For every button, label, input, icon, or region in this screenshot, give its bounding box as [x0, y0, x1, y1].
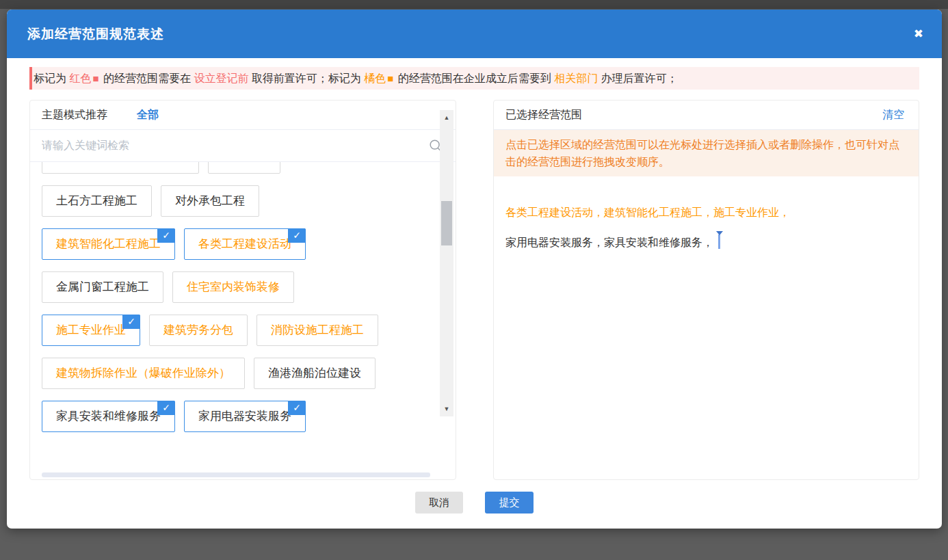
check-icon: ✓ [288, 401, 306, 415]
scope-tag[interactable]: 各类工程建设活动✓ [184, 228, 306, 260]
tag-row: 施工专业作业✓建筑劳务分包消防设施工程施工 [42, 315, 425, 346]
selected-scope-line[interactable]: 家用电器安装服务，家具安装和维修服务， [505, 235, 907, 250]
selected-scope-line[interactable]: 各类工程建设活动，建筑智能化工程施工，施工专业作业， [505, 205, 907, 220]
orange-swatch-icon: ■ [387, 72, 393, 84]
cancel-button[interactable]: 取消 [415, 492, 463, 514]
tag-row [42, 162, 425, 174]
legend-text: 办理后置许可； [598, 72, 677, 84]
check-icon: ✓ [122, 315, 140, 329]
text-caret-icon [718, 235, 720, 249]
scope-tag[interactable]: 土石方工程施工 [42, 185, 152, 217]
scope-tag-label: 家用电器安装服务 [198, 410, 291, 423]
scope-tag-label: 住宅室内装饰装修 [187, 280, 280, 293]
search-row [30, 130, 456, 162]
legend-text: 取得前置许可；标记为 [248, 72, 364, 84]
scope-tag-partial[interactable] [208, 162, 280, 174]
tag-row: 金属门窗工程施工住宅室内装饰装修 [42, 271, 425, 303]
scope-tag[interactable]: 建筑物拆除作业（爆破作业除外） [42, 358, 245, 389]
selected-scope-text: 各类工程建设活动，建筑智能化工程施工，施工专业作业， [505, 206, 790, 218]
selected-scope-text-area[interactable]: 各类工程建设活动，建筑智能化工程施工，施工专业作业，家用电器安装服务，家具安装和… [494, 205, 919, 250]
tag-row: 土石方工程施工对外承包工程 [42, 185, 425, 217]
selected-scope-panel: 已选择经营范围 清空 点击已选择区域的经营范围可以在光标处进行选择插入或者删除操… [493, 100, 919, 480]
red-swatch-icon: ■ [92, 72, 98, 84]
check-icon: ✓ [157, 228, 175, 243]
scope-picker-panel: 主题模式推荐 全部 土石方工程施工对外承包工程建筑智能化工程施工✓各类工程建设活… [29, 100, 456, 480]
scope-tag-label: 消防设施工程施工 [271, 323, 364, 336]
legend-text: 橘色 [364, 72, 386, 84]
dialog-header: 添加经营范围规范表述 ✖ [7, 10, 942, 58]
scrollbar-thumb[interactable] [441, 201, 452, 245]
scope-tag[interactable]: 渔港渔船泊位建设 [254, 358, 376, 389]
clear-button[interactable]: 清空 [882, 108, 904, 122]
scope-tag[interactable]: 家具安装和维修服务✓ [42, 401, 175, 432]
tag-grid: 土石方工程施工对外承包工程建筑智能化工程施工✓各类工程建设活动✓金属门窗工程施工… [42, 162, 425, 432]
search-input[interactable] [30, 139, 413, 152]
scope-tag-label: 土石方工程施工 [56, 194, 137, 207]
scope-tag-label: 建筑物拆除作业（爆破作业除外） [56, 366, 231, 379]
legend-text: 的经营范围需要在 [101, 72, 194, 84]
scope-tag[interactable]: 施工专业作业✓ [42, 315, 140, 346]
scope-tag-label: 金属门窗工程施工 [56, 280, 149, 293]
tag-row: 建筑智能化工程施工✓各类工程建设活动✓ [42, 228, 425, 260]
legend-text: 红色 [69, 72, 91, 84]
picker-tab-bar: 主题模式推荐 全部 [30, 101, 456, 130]
scroll-down-arrow-icon[interactable]: ▼ [440, 403, 453, 415]
page-background-strip [0, 0, 948, 9]
dialog-title: 添加经营范围规范表述 [27, 25, 164, 43]
scope-tag[interactable]: 家用电器安装服务✓ [184, 401, 306, 432]
selected-scope-text: 家用电器安装服务，家具安装和维修服务， [505, 237, 713, 248]
scope-tag[interactable]: 消防设施工程施工 [256, 315, 378, 346]
legend-text: 的经营范围在企业成立后需要到 [395, 72, 554, 84]
tab-all[interactable]: 全部 [137, 108, 159, 122]
scope-tag-label: 对外承包工程 [175, 194, 245, 207]
scope-tag-label: 施工专业作业 [56, 323, 126, 336]
check-icon: ✓ [288, 228, 306, 243]
scope-tag-label: 建筑智能化工程施工 [56, 237, 161, 250]
legend-text: 标记为 [34, 72, 69, 84]
selected-panel-title: 已选择经营范围 [505, 108, 582, 122]
panels-row: 主题模式推荐 全部 土石方工程施工对外承包工程建筑智能化工程施工✓各类工程建设活… [29, 100, 919, 480]
submit-button[interactable]: 提交 [485, 492, 534, 514]
scope-tag-partial[interactable] [42, 162, 199, 174]
scope-tag-label: 各类工程建设活动 [198, 237, 291, 250]
scope-tag[interactable]: 建筑劳务分包 [149, 315, 248, 346]
close-icon[interactable]: ✖ [914, 28, 923, 40]
selected-panel-hint: 点击已选择区域的经营范围可以在光标处进行选择插入或者删除操作，也可针对点击的经营… [494, 130, 919, 176]
scope-tag-label: 家具安装和维修服务 [56, 410, 161, 423]
add-business-scope-dialog: 添加经营范围规范表述 ✖ 标记为 红色■ 的经营范围需要在 设立登记前 取得前置… [7, 10, 942, 529]
scope-tag[interactable]: 对外承包工程 [161, 185, 259, 217]
legend-text: 相关部门 [554, 72, 598, 84]
dialog-footer: 取消 提交 [29, 492, 919, 514]
scope-tag[interactable]: 金属门窗工程施工 [42, 271, 163, 303]
check-icon: ✓ [157, 401, 175, 415]
scope-tag[interactable]: 住宅室内装饰装修 [172, 271, 294, 303]
tag-row: 家具安装和维修服务✓家用电器安装服务✓ [42, 401, 425, 432]
scope-tag-label: 建筑劳务分包 [163, 323, 233, 336]
vertical-scrollbar[interactable]: ▲ ▼ [440, 110, 453, 416]
selected-panel-header: 已选择经营范围 清空 [494, 101, 919, 130]
scope-tag-label: 渔港渔船泊位建设 [268, 366, 361, 379]
scroll-up-arrow-icon[interactable]: ▲ [440, 111, 453, 124]
tag-scroll-area: 土石方工程施工对外承包工程建筑智能化工程施工✓各类工程建设活动✓金属门窗工程施工… [30, 162, 456, 479]
scope-tag[interactable]: 建筑智能化工程施工✓ [42, 228, 175, 260]
legend-text: 设立登记前 [194, 72, 248, 84]
horizontal-scrollbar[interactable] [42, 472, 430, 477]
dialog-body: 标记为 红色■ 的经营范围需要在 设立登记前 取得前置许可；标记为 橘色■ 的经… [7, 58, 942, 514]
legend-bar: 标记为 红色■ 的经营范围需要在 设立登记前 取得前置许可；标记为 橘色■ 的经… [29, 67, 919, 90]
tag-row: 建筑物拆除作业（爆破作业除外）渔港渔船泊位建设 [42, 358, 425, 389]
tab-theme-recommend[interactable]: 主题模式推荐 [42, 108, 107, 122]
